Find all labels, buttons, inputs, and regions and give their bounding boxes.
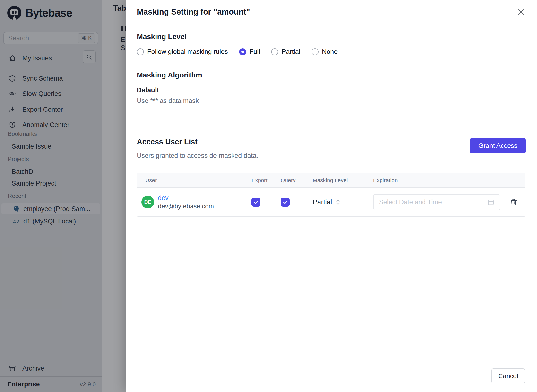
column-header-export: Export [247,177,278,184]
masking-setting-modal: Masking Setting for "amount" Masking Lev… [126,0,537,392]
masking-level-cell: Partial [307,198,367,206]
user-cell: DE dev dev@bytebase.com [137,194,247,210]
export-checkbox[interactable] [251,198,260,207]
column-header-user: User [137,177,247,184]
close-icon [517,9,525,16]
export-cell [247,198,278,207]
radio-option-partial[interactable]: Partial [271,48,300,56]
table-row: DE dev dev@bytebase.com [137,188,525,216]
column-header-query: Query [278,177,307,184]
divider [137,121,525,121]
access-user-table: User Export Query Masking Level Expirati… [137,173,525,217]
check-icon [283,199,288,205]
algorithm-name: Default [137,86,159,94]
divider [126,360,537,360]
close-button[interactable] [517,8,525,17]
cancel-button[interactable]: Cancel [491,368,525,383]
user-link[interactable]: dev [158,194,214,202]
radio-icon[interactable] [239,48,246,55]
masking-algorithm-heading: Masking Algorithm [137,71,202,79]
masking-level-select[interactable]: Partial [313,198,332,206]
delete-trash-icon[interactable] [510,198,518,206]
radio-option-full[interactable]: Full [239,48,260,56]
radio-icon[interactable] [271,48,278,55]
expiration-date-input[interactable]: Select Date and Time [373,194,500,210]
query-cell [278,198,307,207]
column-header-masking-level: Masking Level [307,177,367,184]
algorithm-description: Use *** as data mask [137,97,199,105]
masking-level-heading: Masking Level [137,33,187,41]
bytebase-app: Bytebase Search ⌘ K My Issues Sync Schem… [0,0,537,392]
query-checkbox[interactable] [281,198,290,207]
user-email: dev@bytebase.com [158,202,214,210]
grant-access-button[interactable]: Grant Access [470,138,526,153]
masking-level-options: Follow global masking rules Full Partial… [137,48,338,56]
modal-title: Masking Setting for "amount" [137,7,250,17]
chevron-updown-icon[interactable] [336,199,340,205]
table-header-row: User Export Query Masking Level Expirati… [137,173,525,188]
radio-option-none[interactable]: None [312,48,338,56]
access-user-list-heading: Access User List [137,137,198,146]
expiration-placeholder: Select Date and Time [379,198,487,206]
modal-header: Masking Setting for "amount" [126,0,537,24]
avatar: DE [141,196,154,208]
check-icon [253,199,259,205]
radio-icon[interactable] [312,48,319,55]
radio-icon[interactable] [137,48,144,55]
radio-option-follow-global[interactable]: Follow global masking rules [137,48,228,56]
calendar-icon [487,198,494,206]
column-header-expiration: Expiration [367,177,525,184]
expiration-cell: Select Date and Time [367,194,525,210]
access-user-list-subtitle: Users granted to access de-masked data. [137,152,258,160]
